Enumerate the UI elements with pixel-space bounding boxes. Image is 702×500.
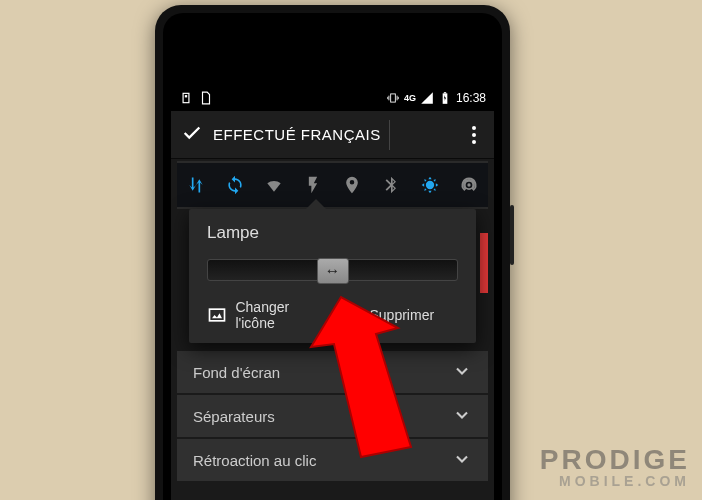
list-item-label: Rétroaction au clic — [193, 452, 316, 469]
change-icon-button[interactable]: Changer l'icône — [207, 299, 326, 331]
hotspot-toggle-icon[interactable] — [457, 173, 481, 197]
phone-frame: 4G 16:38 EFFECTUÉ FRANÇAIS — [155, 5, 510, 500]
done-check-icon[interactable] — [181, 122, 203, 147]
brightness-toggle-icon[interactable] — [418, 173, 442, 197]
watermark-line1: PRODIGE — [540, 446, 690, 474]
quick-toggle-row — [177, 161, 488, 209]
network-type-label: 4G — [404, 93, 416, 103]
data-toggle-icon[interactable] — [184, 173, 208, 197]
image-icon — [207, 304, 227, 326]
popup-title: Lampe — [207, 223, 458, 243]
svg-point-5 — [467, 183, 470, 186]
sim-icon — [199, 91, 213, 105]
list-item-wallpaper[interactable]: Fond d'écran — [177, 351, 488, 393]
status-bar: 4G 16:38 — [171, 85, 494, 111]
flash-toggle-icon[interactable] — [301, 173, 325, 197]
settings-list: Fond d'écran Séparateurs Rétroaction au … — [177, 351, 488, 481]
sync-toggle-icon[interactable] — [223, 173, 247, 197]
clock-label: 16:38 — [456, 91, 486, 105]
svg-rect-7 — [210, 309, 225, 321]
svg-rect-0 — [183, 93, 189, 102]
slider-thumb-icon[interactable]: ↔ — [317, 258, 349, 284]
vibrate-icon — [386, 91, 400, 105]
trash-icon — [340, 304, 362, 326]
location-toggle-icon[interactable] — [340, 173, 364, 197]
chevron-down-icon — [452, 449, 472, 472]
title-bar: EFFECTUÉ FRANÇAIS — [171, 111, 494, 159]
delete-label: Supprimer — [370, 307, 435, 323]
delete-button[interactable]: Supprimer — [340, 299, 459, 331]
svg-rect-2 — [391, 94, 396, 102]
bluetooth-toggle-icon[interactable] — [379, 173, 403, 197]
svg-rect-1 — [185, 95, 187, 97]
list-item-label: Fond d'écran — [193, 364, 280, 381]
chevron-down-icon — [452, 405, 472, 428]
more-menu-button[interactable] — [464, 118, 484, 152]
list-item-click-feedback[interactable]: Rétroaction au clic — [177, 439, 488, 481]
toggle-edit-popup: Lampe ↔ Changer l'icône — [189, 209, 476, 343]
watermark: PRODIGE MOBILE.COM — [540, 446, 690, 488]
position-slider[interactable]: ↔ — [207, 259, 458, 281]
battery-icon — [438, 91, 452, 105]
watermark-line2: MOBILE.COM — [540, 474, 690, 488]
svg-rect-4 — [444, 92, 446, 93]
title-divider — [389, 120, 390, 150]
wifi-toggle-icon[interactable] — [262, 173, 286, 197]
chevron-down-icon — [452, 361, 472, 384]
highlight-strip — [480, 233, 488, 293]
phone-side-button — [510, 205, 514, 265]
change-icon-label: Changer l'icône — [235, 299, 325, 331]
signal-icon — [420, 91, 434, 105]
list-item-label: Séparateurs — [193, 408, 275, 425]
page-title: EFFECTUÉ FRANÇAIS — [213, 126, 381, 143]
list-item-separators[interactable]: Séparateurs — [177, 395, 488, 437]
usb-icon — [179, 91, 193, 105]
popup-arrow — [304, 199, 328, 211]
